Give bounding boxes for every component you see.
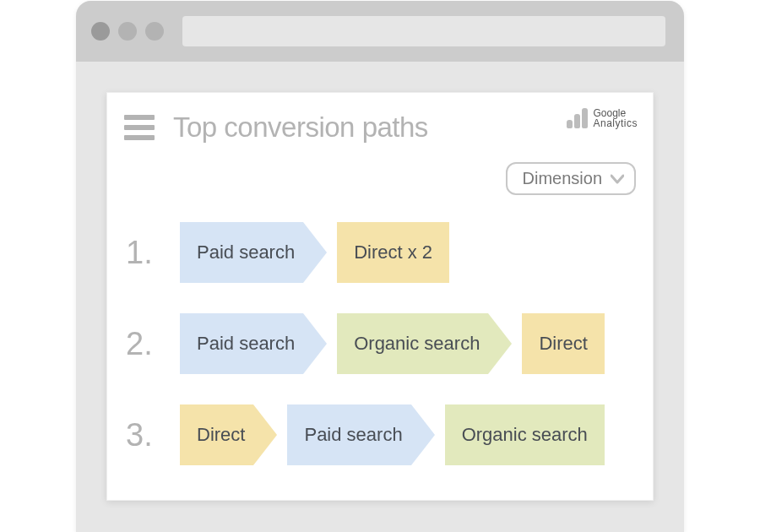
url-bar[interactable]	[182, 16, 665, 46]
conversion-paths-list: 1. Paid search Direct x 2 2. Paid search…	[124, 222, 636, 465]
row-number: 1.	[126, 235, 161, 271]
browser-window: Top conversion paths Google Analytics Di…	[76, 1, 684, 532]
viewport: Top conversion paths Google Analytics Di…	[76, 62, 684, 532]
dimension-dropdown[interactable]: Dimension	[506, 162, 636, 195]
path-step-chip: Paid search	[287, 404, 410, 465]
path-step-chip: Paid search	[180, 313, 303, 374]
path-step-chip: Direct	[180, 404, 253, 465]
window-controls	[91, 22, 164, 41]
path-step-chip: Organic search	[445, 404, 605, 465]
google-analytics-logo: Google Analytics	[567, 108, 638, 128]
path-step-chip: Direct	[522, 313, 604, 374]
close-dot-icon[interactable]	[91, 22, 110, 41]
report-panel: Top conversion paths Google Analytics Di…	[106, 92, 654, 501]
path-row: 2. Paid search Organic search Direct	[126, 313, 636, 374]
path-step-chip: Organic search	[337, 313, 488, 374]
dropdown-label: Dimension	[523, 169, 602, 188]
minimize-dot-icon[interactable]	[118, 22, 137, 41]
page-title: Top conversion paths	[173, 111, 428, 144]
browser-title-bar	[76, 1, 684, 62]
chevron-down-icon	[611, 174, 622, 186]
path-step-chip: Paid search	[180, 222, 303, 283]
row-number: 2.	[126, 326, 161, 362]
panel-header: Top conversion paths	[124, 106, 636, 149]
row-number: 3.	[126, 417, 161, 453]
path-step-chip: Direct x 2	[337, 222, 449, 283]
menu-icon[interactable]	[124, 115, 155, 140]
brand-name-bottom: Analytics	[593, 118, 638, 128]
path-row: 1. Paid search Direct x 2	[126, 222, 636, 283]
path-row: 3. Direct Paid search Organic search	[126, 404, 636, 465]
analytics-bars-icon	[567, 108, 588, 128]
zoom-dot-icon[interactable]	[145, 22, 164, 41]
